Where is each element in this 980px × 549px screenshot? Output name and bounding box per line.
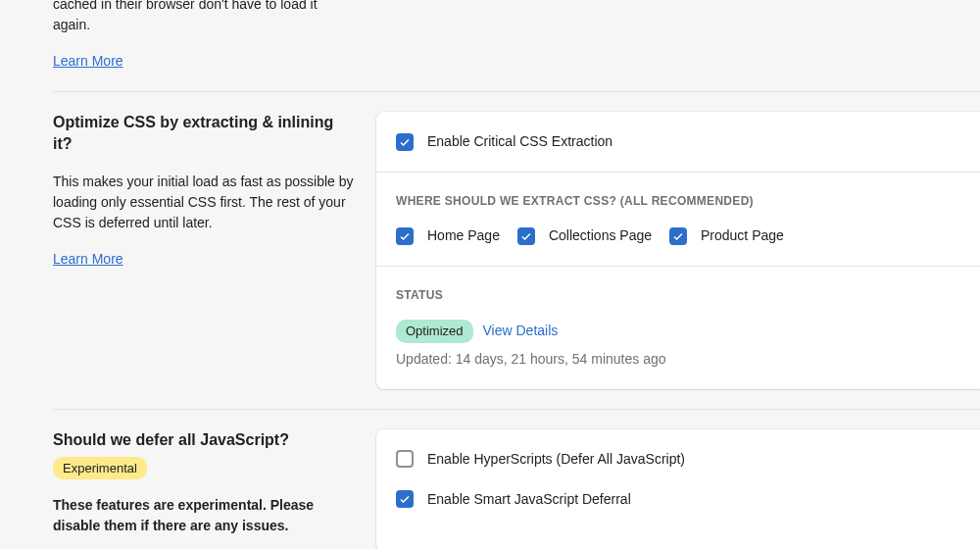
js-section-title: Should we defer all JavaScript? (53, 429, 357, 451)
enable-critical-css-label: Enable Critical CSS Extraction (427, 131, 612, 152)
css-section-title: Optimize CSS by extracting & inlining it… (53, 112, 357, 156)
prev-learn-more-link[interactable]: Learn More (53, 51, 123, 72)
section-defer-js: Should we defer all JavaScript? Experime… (53, 409, 980, 550)
check-icon (672, 230, 684, 242)
check-icon (399, 493, 411, 505)
enable-hyperscripts-checkbox[interactable] (396, 450, 414, 468)
status-badge: Optimized (396, 320, 473, 343)
check-icon (399, 136, 411, 148)
status-heading: STATUS (396, 286, 960, 304)
css-section-desc: This makes your initial load as fast as … (53, 172, 357, 233)
section-optimize-css: Optimize CSS by extracting & inlining it… (53, 91, 980, 389)
view-details-link[interactable]: View Details (483, 321, 559, 341)
js-settings-card: Enable HyperScripts (Defer All JavaScrip… (376, 429, 980, 550)
enable-critical-css-checkbox[interactable] (396, 133, 414, 151)
section-previous-tail: cached in their browser don't have to lo… (53, 0, 980, 72)
css-settings-card: Enable Critical CSS Extraction WHERE SHO… (376, 112, 980, 389)
collections-page-label: Collections Page (549, 225, 652, 246)
home-page-checkbox[interactable] (396, 227, 414, 245)
prev-desc-tail: cached in their browser don't have to lo… (53, 0, 357, 35)
experimental-badge: Experimental (53, 457, 147, 480)
home-page-label: Home Page (427, 225, 500, 246)
product-page-label: Product Page (701, 225, 784, 246)
css-learn-more-link[interactable]: Learn More (53, 249, 123, 270)
check-icon (399, 230, 411, 242)
where-extract-heading: WHERE SHOULD WE EXTRACT CSS? (ALL RECOMM… (396, 192, 960, 210)
js-section-desc: These features are experimental. Please … (53, 495, 357, 536)
enable-smart-deferral-checkbox[interactable] (396, 490, 414, 508)
status-updated: Updated: 14 days, 21 hours, 54 minutes a… (396, 349, 960, 370)
check-icon (520, 230, 532, 242)
collections-page-checkbox[interactable] (517, 227, 535, 245)
enable-smart-deferral-label: Enable Smart JavaScript Deferral (427, 489, 631, 510)
product-page-checkbox[interactable] (669, 227, 687, 245)
enable-hyperscripts-label: Enable HyperScripts (Defer All JavaScrip… (427, 449, 685, 470)
